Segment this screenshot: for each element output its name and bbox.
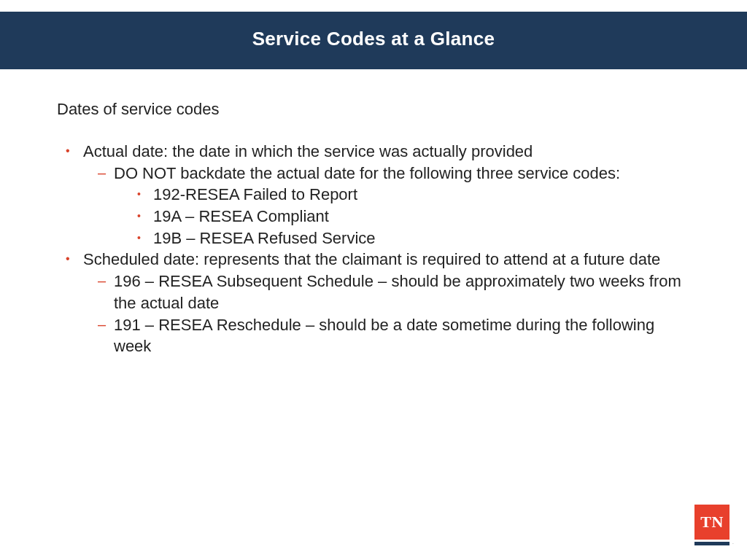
item-text: 19A – RESEA Compliant xyxy=(153,207,329,225)
bullet-list-level2: DO NOT backdate the actual date for the … xyxy=(83,163,694,249)
item-text: Scheduled date: represents that the clai… xyxy=(83,250,660,268)
intro-text: Dates of service codes xyxy=(57,100,694,119)
list-item: Scheduled date: represents that the clai… xyxy=(73,249,694,357)
item-text: 196 – RESEA Subsequent Schedule – should… xyxy=(114,272,681,312)
item-text: DO NOT backdate the actual date for the … xyxy=(114,164,620,182)
list-item: 19B – RESEA Refused Service xyxy=(143,228,694,249)
logo-mark: . xyxy=(732,539,734,545)
logo-bar xyxy=(694,542,729,545)
item-text: Actual date: the date in which the servi… xyxy=(83,142,533,160)
item-text: 192-RESEA Failed to Report xyxy=(153,185,357,203)
bullet-list-level3: 192-RESEA Failed to Report 19A – RESEA C… xyxy=(114,184,694,249)
list-item: DO NOT backdate the actual date for the … xyxy=(104,163,694,249)
list-item: 192-RESEA Failed to Report xyxy=(143,184,694,206)
item-text: 191 – RESEA Reschedule – should be a dat… xyxy=(114,316,654,356)
logo-text: TN xyxy=(700,513,724,532)
tn-logo: TN . xyxy=(694,505,729,545)
bullet-list-level1: Actual date: the date in which the servi… xyxy=(57,141,694,357)
slide-header: Service Codes at a Glance xyxy=(0,12,747,69)
slide-content: Dates of service codes Actual date: the … xyxy=(0,69,747,357)
list-item: Actual date: the date in which the servi… xyxy=(73,141,694,249)
logo-box: TN xyxy=(694,505,729,540)
bullet-list-level2: 196 – RESEA Subsequent Schedule – should… xyxy=(83,271,694,357)
list-item: 191 – RESEA Reschedule – should be a dat… xyxy=(104,314,694,357)
slide-title: Service Codes at a Glance xyxy=(0,28,747,50)
item-text: 19B – RESEA Refused Service xyxy=(153,229,376,247)
list-item: 196 – RESEA Subsequent Schedule – should… xyxy=(104,271,694,314)
list-item: 19A – RESEA Compliant xyxy=(143,206,694,228)
